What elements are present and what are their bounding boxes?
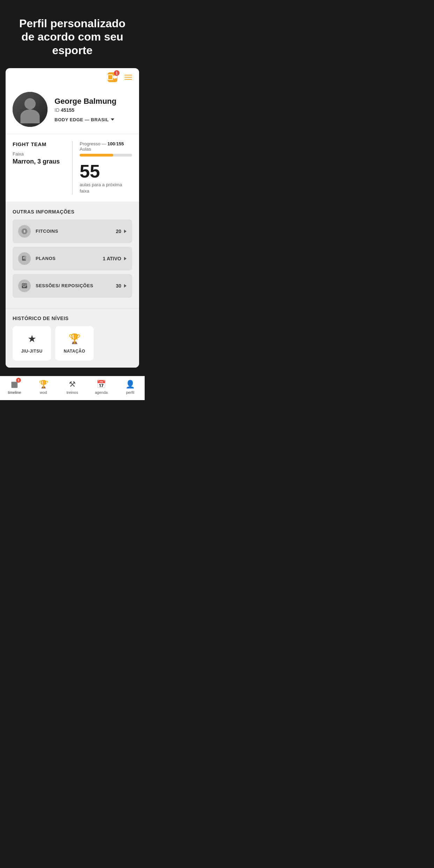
nav-perfil[interactable]: 👤 perfil	[120, 380, 141, 395]
classes-remaining-label: aulas para a próxima faixa	[80, 182, 132, 194]
notification-badge: 1	[114, 70, 120, 76]
fight-team-right: Progresso — 100/155 Aulas 55 aulas para …	[73, 141, 132, 194]
svg-rect-7	[23, 259, 24, 259]
sessoes-label: SESSÕES/ REPOSIÇÕES	[36, 283, 116, 288]
progress-total: 155	[116, 141, 124, 146]
profile-name: George Balmung	[55, 97, 132, 106]
belt-label: Faixa	[13, 151, 65, 157]
sessoes-chevron-icon	[124, 284, 126, 288]
app-card: 1 George Balmung ID 45155 BODY EDGE — BR…	[6, 68, 139, 367]
hero-title: Perfil personalizado de acordo com seu e…	[11, 17, 133, 57]
wod-label: wod	[40, 390, 47, 395]
jiu-jitsu-label: JIU-JITSU	[21, 349, 42, 354]
natacao-label: NATAÇÃO	[64, 349, 85, 354]
nav-wod[interactable]: 🏆 wod	[33, 380, 54, 395]
history-cards: ★ JIU-JITSU 🏆 NATAÇÃO	[13, 326, 132, 361]
agenda-calendar-icon: 📅	[96, 380, 106, 389]
timeline-label: timeline	[8, 390, 21, 395]
profile-info: George Balmung ID 45155 BODY EDGE — BRAS…	[55, 97, 132, 122]
perfil-person-icon: 👤	[125, 380, 135, 389]
belt-value: Marron, 3 graus	[13, 158, 65, 165]
avatar	[13, 92, 48, 127]
perfil-label: perfil	[126, 390, 135, 395]
fitcoins-value: 20	[116, 229, 121, 234]
fitcoins-label: FITCOINS	[36, 229, 116, 234]
timeline-icon: ▦ 1	[11, 380, 18, 389]
jiu-jitsu-star-icon: ★	[28, 333, 36, 345]
treinos-dumbbell-icon: ⚒	[69, 380, 76, 389]
fitcoins-card[interactable]: $ FITCOINS 20	[13, 219, 132, 243]
hamburger-menu-button[interactable]	[123, 73, 133, 81]
gym-dropdown-arrow[interactable]	[111, 118, 114, 121]
profile-section: George Balmung ID 45155 BODY EDGE — BRAS…	[6, 86, 139, 134]
svg-rect-9	[22, 283, 27, 288]
nav-treinos[interactable]: ⚒ treinos	[62, 380, 83, 395]
progress-bar	[80, 154, 132, 157]
fitcoins-icon: $	[18, 225, 31, 238]
other-info-section: OUTRAS INFORMAÇÕES $ FITCOINS 20 PLANOS …	[6, 202, 139, 308]
planos-chevron-icon	[124, 257, 126, 260]
card-topbar: 1	[6, 68, 139, 86]
fitcoins-chevron-icon	[124, 230, 126, 233]
nav-timeline[interactable]: ▦ 1 timeline	[4, 380, 25, 395]
sessoes-value: 30	[116, 283, 121, 289]
classes-remaining-count: 55	[80, 162, 132, 180]
wod-trophy-icon: 🏆	[39, 380, 48, 389]
fight-team-section: FIGHT TEAM Faixa Marron, 3 graus Progres…	[6, 134, 139, 202]
bottom-navigation: ▦ 1 timeline 🏆 wod ⚒ treinos 📅 agenda 👤 …	[0, 376, 145, 400]
progress-label: Progresso — 100/155 Aulas	[80, 141, 132, 152]
sessoes-card[interactable]: SESSÕES/ REPOSIÇÕES 30	[13, 274, 132, 298]
agenda-label: agenda	[95, 390, 108, 395]
planos-value: 1 ATIVO	[103, 256, 121, 261]
natacao-trophy-icon: 🏆	[68, 333, 81, 345]
timeline-badge: 1	[16, 378, 21, 383]
history-title: HISTÓRICO DE NÍVEIS	[13, 316, 132, 321]
svg-rect-8	[24, 255, 26, 260]
profile-gym[interactable]: BODY EDGE — BRASIL	[55, 117, 132, 122]
sessoes-icon	[18, 280, 31, 292]
history-section: HISTÓRICO DE NÍVEIS ★ JIU-JITSU 🏆 NATAÇÃ…	[6, 308, 139, 368]
progress-bar-fill	[80, 154, 113, 157]
treinos-label: treinos	[66, 390, 78, 395]
hero-section: Perfil personalizado de acordo com seu e…	[0, 0, 145, 68]
planos-label: PLANOS	[36, 256, 103, 261]
fight-team-label: FIGHT TEAM	[13, 141, 65, 147]
history-card-jiu-jitsu[interactable]: ★ JIU-JITSU	[13, 326, 51, 361]
planos-icon	[18, 252, 31, 265]
nav-agenda[interactable]: 📅 agenda	[91, 380, 112, 395]
history-card-natacao[interactable]: 🏆 NATAÇÃO	[55, 326, 94, 361]
notification-button[interactable]: 1	[108, 72, 117, 82]
planos-card[interactable]: PLANOS 1 ATIVO	[13, 247, 132, 270]
other-info-title: OUTRAS INFORMAÇÕES	[13, 209, 132, 215]
svg-rect-0	[113, 75, 117, 78]
fight-team-left: FIGHT TEAM Faixa Marron, 3 graus	[13, 141, 73, 194]
profile-id: ID 45155	[55, 107, 132, 113]
svg-marker-1	[114, 78, 115, 79]
progress-current: 100	[108, 141, 115, 146]
svg-text:$: $	[23, 230, 25, 233]
